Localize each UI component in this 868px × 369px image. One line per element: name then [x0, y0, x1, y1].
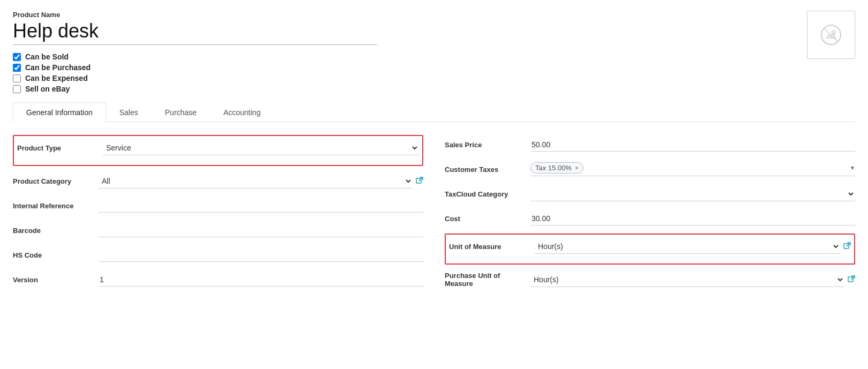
tax-badge-label: Tax 15.00%: [535, 164, 572, 172]
tax-badge: Tax 15.00% ×: [530, 162, 583, 174]
tabs-bar: General Information Sales Purchase Accou…: [13, 102, 855, 122]
checkbox-can-be-sold-input[interactable]: [13, 53, 21, 61]
product-image-placeholder[interactable]: [807, 11, 855, 59]
hs-code-row: HS Code: [13, 245, 423, 265]
form-grid: Product Type Service Consumable Storable…: [13, 135, 855, 295]
checkbox-can-be-expensed-label: Can be Expensed: [25, 74, 88, 82]
purchase-unit-of-measure-field: Hour(s) Day(s) Each: [530, 273, 855, 287]
hs-code-input[interactable]: [99, 248, 423, 262]
purchase-unit-of-measure-label: Purchase Unit ofMeasure: [445, 272, 530, 288]
sales-price-input[interactable]: [530, 138, 855, 152]
checkbox-sell-on-ebay-label: Sell on eBay: [25, 85, 70, 93]
unit-of-measure-highlighted-container: Unit of Measure Hour(s) Day(s) Each: [445, 234, 855, 265]
internal-reference-field: [99, 199, 423, 213]
hs-code-label: HS Code: [13, 251, 99, 259]
barcode-row: Barcode: [13, 221, 423, 240]
taxcloud-category-field: [530, 187, 855, 201]
customer-taxes-label: Customer Taxes: [445, 165, 530, 174]
tab-purchase[interactable]: Purchase: [152, 102, 210, 122]
cost-row: Cost: [445, 209, 855, 228]
unit-of-measure-label: Unit of Measure: [449, 243, 535, 251]
cost-input[interactable]: [530, 212, 855, 225]
product-type-value: Service Consumable Storable Product: [103, 141, 419, 155]
checkbox-can-be-sold[interactable]: Can be Sold: [13, 52, 377, 61]
barcode-field: [99, 224, 423, 237]
customer-taxes-dropdown-arrow-icon: ▼: [850, 165, 855, 171]
hs-code-field: [99, 248, 423, 262]
cost-label: Cost: [445, 215, 530, 223]
customer-taxes-row: Customer Taxes Tax 15.00% × ▼: [445, 160, 855, 179]
product-type-highlighted-container: Product Type Service Consumable Storable…: [13, 135, 423, 166]
taxcloud-category-label: TaxCloud Category: [445, 190, 530, 198]
checkbox-can-be-expensed[interactable]: Can be Expensed: [13, 74, 377, 82]
purchase-unit-of-measure-row: Purchase Unit ofMeasure Hour(s) Day(s) E…: [445, 270, 855, 289]
product-name-value: Help desk: [13, 20, 377, 42]
product-type-row: Product Type Service Consumable Storable…: [17, 138, 419, 157]
purchase-unit-of-measure-select[interactable]: Hour(s) Day(s) Each: [530, 273, 844, 287]
product-name-label: Product Name: [13, 11, 377, 19]
tab-sales[interactable]: Sales: [106, 102, 152, 122]
product-category-row: Product Category All: [13, 171, 423, 191]
tax-badge-remove-icon[interactable]: ×: [575, 164, 579, 172]
product-category-field: All: [99, 174, 423, 189]
barcode-input[interactable]: [99, 224, 423, 237]
sales-price-field: [530, 138, 855, 152]
unit-of-measure-row: Unit of Measure Hour(s) Day(s) Each: [449, 237, 851, 256]
checkbox-can-be-sold-label: Can be Sold: [25, 52, 69, 61]
purchase-unit-of-measure-external-link-icon[interactable]: [848, 275, 855, 284]
left-form-section: Product Type Service Consumable Storable…: [13, 135, 423, 295]
version-input[interactable]: [99, 273, 423, 287]
checkbox-can-be-purchased-label: Can be Purchased: [25, 63, 91, 72]
checkbox-sell-on-ebay-input[interactable]: [13, 85, 21, 93]
version-row: Version: [13, 270, 423, 289]
tab-general-information[interactable]: General Information: [13, 102, 106, 122]
right-form-section: Sales Price Customer Taxes Tax 15.00% × …: [445, 135, 855, 295]
taxcloud-category-select[interactable]: [530, 187, 855, 201]
tab-accounting[interactable]: Accounting: [210, 102, 274, 122]
cost-field: [530, 212, 855, 225]
unit-of-measure-external-link-icon[interactable]: [843, 242, 851, 251]
sales-price-row: Sales Price: [445, 135, 855, 154]
internal-reference-label: Internal Reference: [13, 202, 99, 210]
sales-price-label: Sales Price: [445, 141, 530, 149]
checkbox-can-be-expensed-input[interactable]: [13, 74, 21, 82]
product-type-label: Product Type: [17, 144, 103, 152]
checkbox-can-be-purchased[interactable]: Can be Purchased: [13, 63, 377, 72]
internal-reference-row: Internal Reference: [13, 196, 423, 215]
checkboxes-group: Can be Sold Can be Purchased Can be Expe…: [13, 52, 377, 93]
checkbox-can-be-purchased-input[interactable]: [13, 64, 21, 72]
product-category-external-link-icon[interactable]: [416, 177, 423, 186]
unit-of-measure-field: Hour(s) Day(s) Each: [535, 239, 851, 254]
product-category-label: Product Category: [13, 177, 99, 185]
barcode-label: Barcode: [13, 227, 99, 235]
product-category-select[interactable]: All: [99, 174, 413, 189]
checkbox-sell-on-ebay[interactable]: Sell on eBay: [13, 85, 377, 93]
internal-reference-input[interactable]: [99, 199, 423, 213]
product-type-select[interactable]: Service Consumable Storable Product: [103, 141, 419, 155]
version-field: [99, 273, 423, 287]
customer-taxes-field[interactable]: Tax 15.00% × ▼: [530, 162, 855, 176]
taxcloud-category-row: TaxCloud Category: [445, 184, 855, 204]
version-label: Version: [13, 276, 99, 284]
unit-of-measure-select[interactable]: Hour(s) Day(s) Each: [535, 239, 840, 254]
